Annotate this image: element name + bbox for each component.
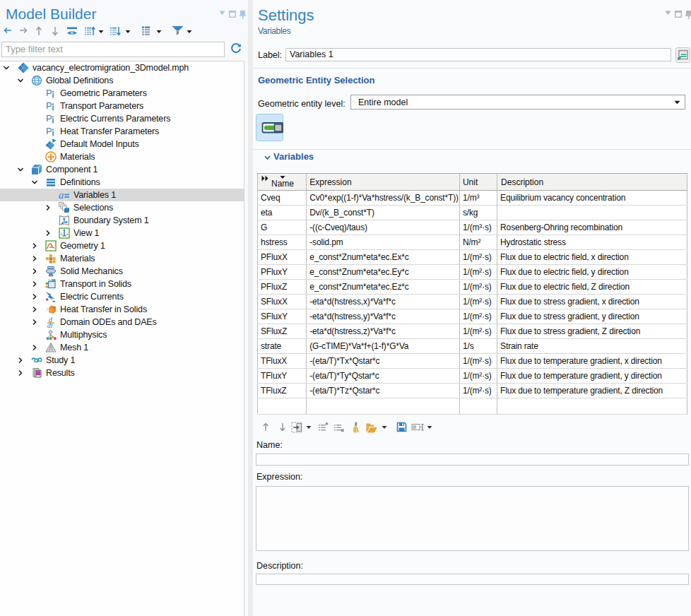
svg-text:P: P bbox=[46, 126, 52, 136]
svg-text:P: P bbox=[46, 113, 52, 124]
svg-text:P: P bbox=[46, 100, 52, 111]
svg-text:a: a bbox=[59, 189, 64, 201]
svg-text:P: P bbox=[46, 88, 52, 98]
svg-text:dt: dt bbox=[47, 321, 53, 328]
